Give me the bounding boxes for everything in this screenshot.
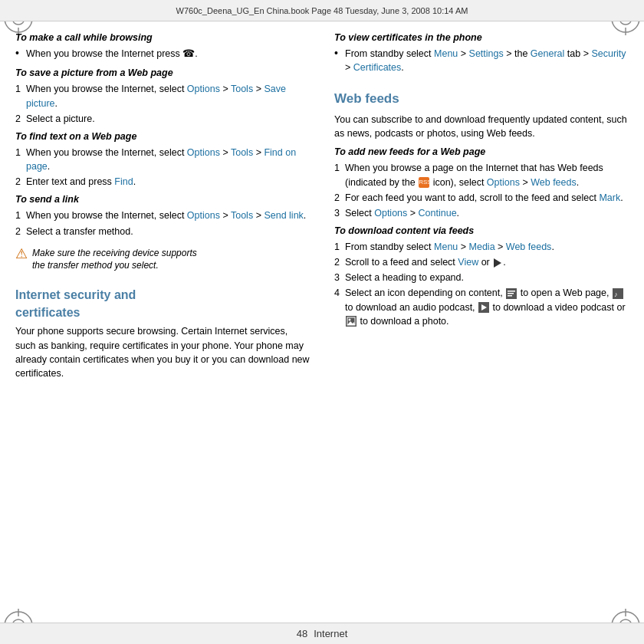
save-picture-title: To save a picture from a Web page — [15, 66, 310, 80]
view-certificates-title: To view certificates in the phone — [334, 31, 629, 44]
download-feeds-title: To download content via feeds — [334, 224, 629, 238]
webpage-icon — [506, 288, 517, 299]
web-feeds-link[interactable]: Web feeds — [531, 177, 577, 188]
mark-link[interactable]: Mark — [599, 192, 620, 203]
step-num-5: 1 — [15, 209, 26, 222]
options-link-save[interactable]: Options — [187, 84, 220, 94]
step-num-12: 3 — [334, 271, 345, 284]
make-call-title: To make a call while browsing — [15, 31, 310, 44]
download-feeds-step1: 1 From standby select Menu > Media > Web… — [334, 240, 629, 254]
internet-security-heading: Internet security andcertificates — [15, 286, 310, 321]
play-icon — [494, 258, 501, 268]
download-feeds-step3: 3 Select a heading to expand. — [334, 271, 629, 284]
internet-security-body: Your phone supports secure browsing. Cer… — [15, 324, 310, 380]
step-num-7: 1 — [334, 161, 345, 189]
menu-link-dl[interactable]: Menu — [434, 242, 458, 252]
svg-rect-27 — [508, 295, 512, 297]
web-feeds-body: You can subscribe to and download freque… — [334, 113, 629, 140]
general-link-certs[interactable]: General — [531, 48, 564, 59]
options-link-send[interactable]: Options — [187, 210, 220, 221]
options-link-feed[interactable]: Options — [487, 177, 520, 188]
save-picture-step1-text: When you browse the Internet, select Opt… — [26, 82, 310, 110]
left-column: To make a call while browsing • When you… — [15, 31, 322, 616]
bullet-dot-1: • — [15, 47, 26, 61]
send-link-link[interactable]: Send link — [264, 210, 303, 221]
view-link[interactable]: View — [458, 257, 478, 268]
make-call-text: When you browse the Internet press ☎. — [26, 47, 310, 61]
save-picture-step2-text: Select a picture. — [26, 112, 310, 126]
step-num-1: 1 — [15, 82, 26, 110]
main-content: To make a call while browsing • When you… — [0, 21, 644, 623]
find-text-step1-text: When you browse the Internet, select Opt… — [26, 146, 310, 173]
bullet-dot-2: • — [334, 47, 345, 74]
step-num-8: 2 — [334, 191, 345, 205]
view-certificates-text: From standby select Menu > Settings > th… — [345, 47, 629, 74]
internet-security-section: Internet security andcertificates Your p… — [15, 286, 310, 380]
page-label: Internet — [314, 628, 347, 639]
header-bar: W760c_Deena_UG_En China.book Page 48 Tue… — [0, 0, 644, 21]
add-feeds-step3: 3 Select Options > Continue. — [334, 206, 629, 220]
add-feeds-step2-text: For each feed you want to add, scroll to… — [345, 191, 629, 205]
right-column: To view certificates in the phone • From… — [322, 31, 629, 616]
menu-link-certs[interactable]: Menu — [434, 48, 458, 59]
find-text-step2-text: Enter text and press Find. — [26, 175, 310, 189]
svg-point-34 — [349, 319, 351, 321]
svg-text:♪: ♪ — [614, 291, 618, 298]
tools-link-send[interactable]: Tools — [231, 210, 253, 221]
step-num-13: 4 — [334, 286, 345, 327]
find-text-step1: 1 When you browse the Internet, select O… — [15, 146, 310, 173]
step-num-3: 1 — [15, 146, 26, 173]
save-picture-step1: 1 When you browse the Internet, select O… — [15, 82, 310, 110]
download-feeds-step4-text: Select an icon depending on content, to … — [345, 286, 629, 327]
save-picture-step2: 2 Select a picture. — [15, 112, 310, 126]
send-link-step2: 2 Select a transfer method. — [15, 225, 310, 238]
notice-text: Make sure the receiving device supportst… — [32, 247, 197, 271]
add-feeds-title: To add new feeds for a Web page — [334, 145, 629, 159]
find-text-step2: 2 Enter text and press Find. — [15, 175, 310, 189]
footer-bar: 48 Internet — [0, 623, 644, 644]
security-link-certs[interactable]: Security — [591, 48, 626, 59]
send-link-title: To send a link — [15, 192, 310, 206]
step-num-9: 3 — [334, 206, 345, 220]
add-feeds-step3-text: Select Options > Continue. — [345, 206, 629, 220]
download-feeds-step1-text: From standby select Menu > Media > Web f… — [345, 240, 629, 254]
audio-podcast-icon: ♪ — [613, 288, 623, 299]
add-feeds-step1: 1 When you browse a page on the Internet… — [334, 161, 629, 189]
find-on-page-link[interactable]: Find on page — [26, 147, 296, 172]
certificates-link[interactable]: Certificates — [353, 62, 402, 73]
send-link-step1: 1 When you browse the Internet, select O… — [15, 209, 310, 222]
find-text-title: To find text on a Web page — [15, 130, 310, 143]
download-feeds-step2-text: Scroll to a feed and select View or . — [345, 255, 629, 269]
page-number: 48 — [297, 628, 307, 639]
svg-rect-26 — [508, 293, 514, 294]
header-right-spacer — [613, 0, 635, 21]
download-feeds-step4: 4 Select an icon depending on content, t… — [334, 286, 629, 327]
download-feeds-step2: 2 Scroll to a feed and select View or . — [334, 255, 629, 269]
header-left-spacer — [9, 0, 31, 21]
step-num-11: 2 — [334, 255, 345, 269]
header-title: W760c_Deena_UG_En China.book Page 48 Tue… — [31, 6, 613, 15]
video-podcast-icon — [478, 302, 489, 313]
send-link-step1-text: When you browse the Internet, select Opt… — [26, 209, 310, 222]
add-feeds-step2: 2 For each feed you want to add, scroll … — [334, 191, 629, 205]
tools-link-save[interactable]: Tools — [231, 84, 253, 94]
feed-icon: RSS — [419, 177, 429, 188]
tools-link-find[interactable]: Tools — [231, 147, 253, 158]
step-num-6: 2 — [15, 225, 26, 238]
send-link-step2-text: Select a transfer method. — [26, 225, 310, 238]
web-feeds-link-dl[interactable]: Web feeds — [506, 242, 552, 252]
settings-link-certs[interactable]: Settings — [469, 48, 504, 59]
svg-rect-25 — [508, 291, 515, 292]
options-link-find[interactable]: Options — [187, 147, 220, 158]
view-certificates-bullet: • From standby select Menu > Settings > … — [334, 47, 629, 74]
step-num-4: 2 — [15, 175, 26, 189]
step-num-2: 2 — [15, 112, 26, 126]
photo-download-icon — [346, 316, 356, 327]
media-link[interactable]: Media — [469, 242, 495, 252]
make-call-bullet: • When you browse the Internet press ☎. — [15, 47, 310, 61]
options-link-continue[interactable]: Options — [374, 208, 407, 219]
notice-block: ⚠ Make sure the receiving device support… — [15, 247, 310, 271]
continue-link[interactable]: Continue — [419, 208, 457, 219]
find-link[interactable]: Find — [114, 176, 133, 187]
web-feeds-heading: Web feeds — [334, 90, 629, 109]
